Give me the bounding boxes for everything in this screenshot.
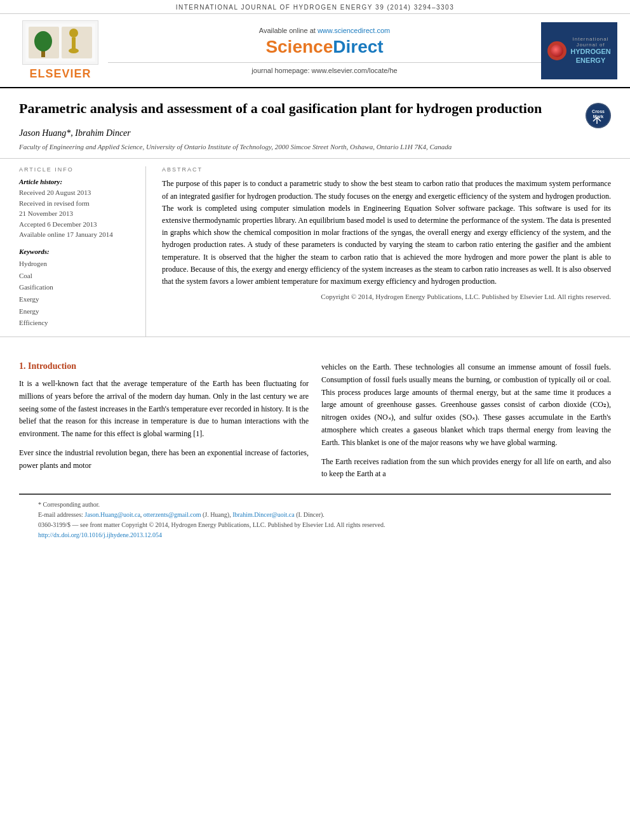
article-history: Article history: Received 20 August 2013… (19, 178, 136, 240)
email-huang-link[interactable]: Jason.Huang@uoit.ca (84, 511, 140, 518)
center-info: Available online at www.sciencedirect.co… (108, 27, 541, 74)
publisher-banner: ELSEVIER Available online at www.science… (0, 14, 630, 88)
intro-left-column: 1. Introduction It is a well-known fact … (19, 361, 309, 487)
keyword-efficiency: Efficiency (19, 317, 136, 329)
issn-footnote: 0360-3199/$ — see front matter Copyright… (38, 520, 592, 530)
elsevier-logo: ELSEVIER (13, 20, 108, 81)
svg-point-7 (69, 48, 79, 53)
revised-label: Received in revised form (19, 198, 136, 209)
svg-point-4 (34, 31, 52, 51)
intro-para2: Ever since the industrial revolution beg… (19, 447, 309, 472)
keyword-energy: Energy (19, 305, 136, 317)
corresponding-author-note: * Corresponding author. (38, 500, 592, 510)
journal-homepage-text: journal homepage: www.elsevier.com/locat… (108, 62, 541, 74)
keyword-hydrogen: Hydrogen (19, 258, 136, 270)
journal-header-text: INTERNATIONAL JOURNAL OF HYDROGEN ENERGY… (176, 4, 454, 11)
introduction-section: 1. Introduction It is a well-known fact … (0, 349, 630, 493)
email-dincer-link[interactable]: Ibrahim.Dincer@uoit.ca (232, 511, 295, 518)
article-title-section: Parametric analysis and assessment of a … (0, 88, 630, 159)
crossmark-badge[interactable]: Cross Mark (586, 103, 611, 128)
revised-date: 21 November 2013 (19, 208, 136, 219)
hydrogen-logo-title: HYDROGENENERGY (570, 48, 611, 64)
history-title: Article history: (19, 178, 136, 185)
authors: Jason Huang*, Ibrahim Dincer (19, 128, 611, 138)
article-body: ARTICLE INFO Article history: Received 2… (0, 159, 630, 337)
keyword-gasification: Gasification (19, 281, 136, 293)
intro-para1: It is a well-known fact that the average… (19, 378, 309, 441)
article-title: Parametric analysis and assessment of a … (19, 100, 579, 118)
svg-point-5 (69, 29, 78, 37)
intro-right-column: vehicles on the Earth. These technologie… (321, 361, 611, 487)
keywords-label: Keywords: (19, 248, 136, 255)
svg-text:Cross: Cross (592, 109, 605, 114)
article-info-column: ARTICLE INFO Article history: Received 2… (19, 166, 146, 337)
received-date: Received 20 August 2013 (19, 187, 136, 198)
abstract-text: The purpose of this paper is to conduct … (162, 178, 611, 288)
copyright-text: Copyright © 2014, Hydrogen Energy Public… (162, 291, 611, 302)
sciencedirect-url-link[interactable]: www.sciencedirect.com (318, 27, 390, 34)
available-date: Available online 17 January 2014 (19, 229, 136, 240)
intro-heading: 1. Introduction (19, 361, 309, 371)
section-title: Introduction (28, 361, 76, 371)
elsevier-tree-logo (22, 20, 98, 65)
affiliation: Faculty of Engineering and Applied Scien… (19, 142, 611, 152)
footnote-section: * Corresponding author. E-mail addresses… (19, 494, 611, 544)
svg-text:Mark: Mark (593, 114, 603, 119)
crossmark-icon: Cross Mark (586, 103, 611, 128)
abstract-column: ABSTRACT The purpose of this paper is to… (159, 166, 611, 337)
email-otter-link[interactable]: otterzents@gmail.com (144, 511, 201, 518)
intro-right-para1: vehicles on the Earth. These technologie… (321, 361, 611, 450)
email-footnote: E-mail addresses: Jason.Huang@uoit.ca, o… (38, 510, 592, 520)
sciencedirect-logo: ScienceDirect (108, 37, 541, 57)
abstract-label: ABSTRACT (162, 166, 611, 173)
keyword-exergy: Exergy (19, 293, 136, 305)
intro-right-para2: The Earth receives radiation from the su… (321, 456, 611, 481)
keywords-group: Keywords: Hydrogen Coal Gasification Exe… (19, 248, 136, 329)
available-online-text: Available online at www.sciencedirect.co… (108, 27, 541, 34)
doi-footnote: http://dx.doi.org/10.1016/j.ijhydene.201… (38, 530, 592, 540)
doi-link[interactable]: http://dx.doi.org/10.1016/j.ijhydene.201… (38, 531, 162, 538)
accepted-date: Accepted 6 December 2013 (19, 219, 136, 230)
keyword-coal: Coal (19, 270, 136, 282)
section-number: 1. (19, 361, 26, 371)
elsevier-brand-text: ELSEVIER (29, 67, 91, 81)
hydrogen-energy-logo: InternationalJournal of HYDROGENENERGY (541, 22, 617, 79)
journal-header: INTERNATIONAL JOURNAL OF HYDROGEN ENERGY… (0, 0, 630, 14)
article-info-label: ARTICLE INFO (19, 166, 136, 173)
